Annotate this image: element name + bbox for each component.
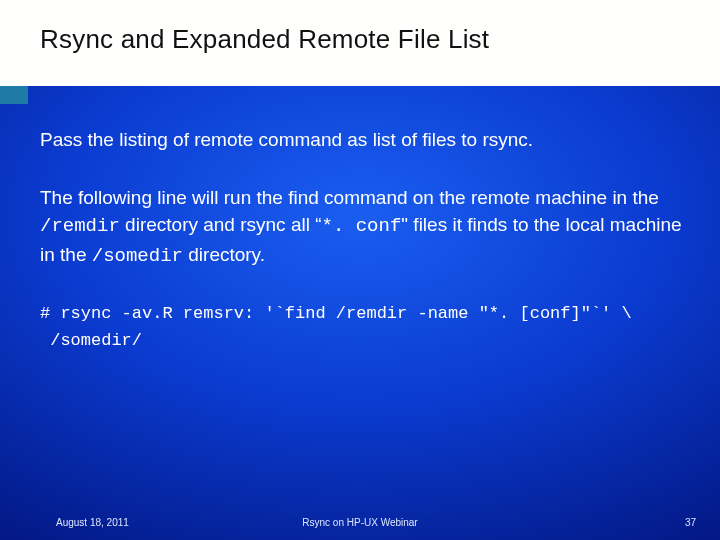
desc-text: The following line will run the find com… xyxy=(40,187,659,208)
desc-pattern: *. conf xyxy=(322,215,402,237)
desc-text: directory. xyxy=(183,244,265,265)
slide-header: Rsync and Expanded Remote File List xyxy=(0,0,720,86)
command-line-2: /somedir/ xyxy=(40,331,142,350)
slide: Rsync and Expanded Remote File List Pass… xyxy=(0,0,720,540)
footer-date: August 18, 2011 xyxy=(56,517,129,528)
footer-page-number: 37 xyxy=(685,517,696,528)
description-paragraph: The following line will run the find com… xyxy=(40,184,682,271)
slide-body: Pass the listing of remote command as li… xyxy=(0,86,720,355)
command-line-1: # rsync -av.R remsrv: '`find /remdir -na… xyxy=(40,304,632,323)
accent-strip xyxy=(0,86,28,104)
intro-paragraph: Pass the listing of remote command as li… xyxy=(40,126,682,154)
footer-title: Rsync on HP-UX Webinar xyxy=(302,517,417,528)
command-block: # rsync -av.R remsrv: '`find /remdir -na… xyxy=(40,300,682,354)
slide-title: Rsync and Expanded Remote File List xyxy=(40,24,720,55)
desc-path-remdir: /remdir xyxy=(40,215,120,237)
desc-path-somedir: /somedir xyxy=(92,245,183,267)
desc-text: directory and rsync all “ xyxy=(120,214,322,235)
